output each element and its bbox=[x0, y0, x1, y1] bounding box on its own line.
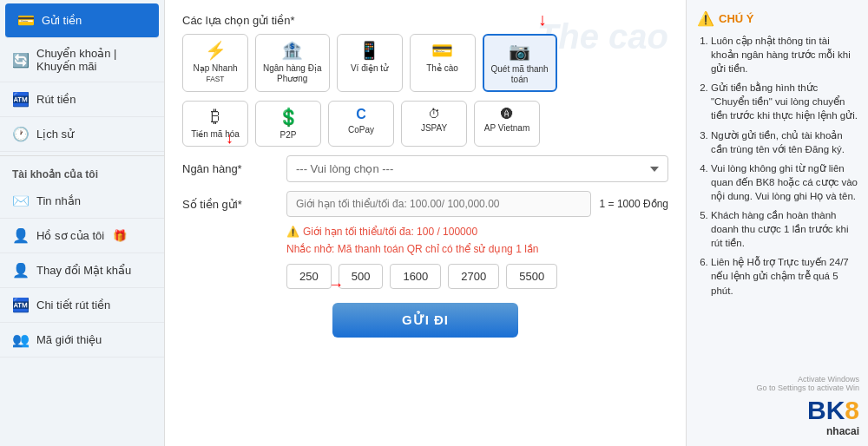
bank-label: Ngân hàng* bbox=[182, 162, 278, 175]
bk8-nhacai: nhacai bbox=[756, 425, 859, 437]
chi-tiet-rut-icon: 🏧 bbox=[12, 297, 30, 313]
sidebar-item-tin-nhan[interactable]: ✉️ Tin nhắn bbox=[0, 184, 164, 219]
option-nap-nhanh[interactable]: ⚡ Nạp NhanhFAST bbox=[182, 34, 248, 92]
amount-input[interactable] bbox=[286, 191, 591, 217]
option-p2p[interactable]: 💲 P2P bbox=[255, 101, 321, 147]
sidebar-item-ho-so-label: Hồ sơ của tôi bbox=[36, 229, 104, 242]
sidebar-item-rut-tien-label: Rút tiền bbox=[36, 93, 76, 106]
sidebar-item-chi-tiet-rut-label: Chi tiết rút tiền bbox=[36, 298, 110, 312]
amount-form-row: Số tiền gửi* 1 = 1000 Đồng bbox=[182, 191, 668, 217]
quick-amounts: 250 500 1600 2700 5500 bbox=[286, 264, 668, 289]
p2p-icon: 💲 bbox=[278, 107, 299, 128]
right-panel: ⚠️ CHÚ Ý Luôn cập nhật thông tin tài kho… bbox=[686, 0, 868, 446]
option-vi-dien-tu[interactable]: 📱 Ví điện tử bbox=[337, 34, 403, 92]
tin-nhan-icon: ✉️ bbox=[12, 193, 30, 209]
submit-area: → GỬI ĐI bbox=[182, 303, 668, 338]
bk8-logo: BK8 bbox=[756, 396, 859, 425]
sidebar-item-doi-mat-khau[interactable]: 👤 Thay đổi Mật khẩu bbox=[0, 253, 164, 288]
ngan-hang-icon: 🏦 bbox=[281, 40, 303, 61]
ho-so-icon: 👤 bbox=[12, 227, 30, 244]
p2p-label: P2P bbox=[280, 130, 297, 141]
quick-amount-2700[interactable]: 2700 bbox=[448, 264, 499, 289]
sidebar-item-lich-su[interactable]: 🕐 Lịch sử bbox=[0, 117, 164, 152]
note-item-3: Người gửi tiền, chủ tài khoản cần trùng … bbox=[711, 128, 858, 156]
bk8-logo-area: Activate WindowsGo to Settings to activa… bbox=[756, 375, 859, 437]
sidebar-item-lich-su-label: Lịch sử bbox=[36, 128, 74, 141]
copay-label: CoPay bbox=[348, 125, 374, 135]
right-panel-title: ⚠️ CHÚ Ý bbox=[697, 10, 858, 27]
doi-mat-khau-icon: 👤 bbox=[12, 262, 30, 279]
amount-label: Số tiền gửi* bbox=[182, 198, 278, 211]
account-section-label: Tài khoản của tôi bbox=[0, 160, 164, 184]
nap-nhanh-icon: ⚡ bbox=[205, 40, 227, 61]
vi-dien-tu-icon: 📱 bbox=[358, 40, 380, 61]
option-ap-vietnam[interactable]: 🅐 AP Vietnam bbox=[474, 101, 540, 147]
payment-options-row2: ₿ Tiền mã hóa 💲 P2P C CoPay ⏱ JSPAY 🅐 AP… bbox=[182, 101, 668, 147]
bank-select[interactable]: --- Vui lòng chọn --- bbox=[286, 155, 668, 182]
sidebar-item-tin-nhan-label: Tin nhắn bbox=[36, 194, 81, 207]
exchange-rate: 1 = 1000 Đồng bbox=[600, 198, 668, 210]
qr-label: Quét mã thanhtoán bbox=[491, 64, 549, 85]
the-cao-icon: 💳 bbox=[431, 40, 453, 61]
error-icon: ⚠️ bbox=[286, 226, 299, 238]
note-item-6: Liên hệ Hỗ trợ Trực tuyến 24/7 nếu lệnh … bbox=[711, 255, 858, 297]
option-qr-thanh-toan[interactable]: 📷 Quét mã thanhtoán ↓ bbox=[483, 34, 557, 92]
qr-note-msg: Nhắc nhở: Mã thanh toán QR chỉ có thể sử… bbox=[286, 243, 668, 255]
option-jspay[interactable]: ⏱ JSPAY bbox=[401, 101, 467, 147]
note-item-2: Gửi tiền bằng hình thức "Chuyển tiền" vu… bbox=[711, 81, 858, 122]
jspay-label: JSPAY bbox=[421, 123, 447, 134]
sidebar: 💳 Gửi tiền 🔄 Chuyển khoản | Khuyến mãi 🏧… bbox=[0, 0, 165, 446]
copay-icon: C bbox=[356, 107, 366, 122]
sidebar-item-ma-gioi-thieu[interactable]: 👥 Mã giới thiệu bbox=[0, 323, 164, 357]
payment-options-row1: ⚡ Nạp NhanhFAST 🏦 Ngân hàng ĐịaPhương 📱 … bbox=[182, 34, 668, 92]
warning-icon: ⚠️ bbox=[697, 10, 714, 27]
chuyen-khoan-icon: 🔄 bbox=[12, 52, 30, 69]
activate-text: Activate WindowsGo to Settings to activa… bbox=[756, 375, 859, 392]
options-section-label: Các lựa chọn gửi tiền* bbox=[182, 14, 668, 27]
sidebar-divider bbox=[0, 155, 164, 156]
sidebar-item-chuyen-khoan[interactable]: 🔄 Chuyển khoản | Khuyến mãi bbox=[0, 38, 164, 82]
lich-su-icon: 🕐 bbox=[12, 126, 30, 142]
note-item-5: Khách hàng cần hoàn thành doanh thu cược… bbox=[711, 208, 858, 250]
sidebar-item-doi-mat-khau-label: Thay đổi Mật khẩu bbox=[36, 264, 131, 277]
sidebar-item-chuyen-khoan-label: Chuyển khoản | Khuyến mãi bbox=[36, 47, 152, 73]
nap-nhanh-label: Nạp NhanhFAST bbox=[193, 63, 237, 84]
sidebar-item-rut-tien[interactable]: 🏧 Rút tiền bbox=[0, 82, 164, 117]
sidebar-item-gui-tien-label: Gửi tiền bbox=[42, 14, 82, 27]
ngan-hang-label: Ngân hàng ĐịaPhương bbox=[263, 63, 322, 84]
quick-amount-250[interactable]: 250 bbox=[286, 264, 332, 289]
ap-vietnam-label: AP Vietnam bbox=[484, 123, 529, 134]
option-ngan-hang[interactable]: 🏦 Ngân hàng ĐịaPhương bbox=[255, 34, 330, 92]
ap-vietnam-icon: 🅐 bbox=[501, 107, 513, 121]
bank-form-row: ↓ Ngân hàng* --- Vui lòng chọn --- bbox=[182, 155, 668, 182]
qr-arrow: ↓ bbox=[538, 10, 547, 30]
note-item-1: Luôn cập nhật thông tin tài khoản ngân h… bbox=[711, 34, 858, 75]
sidebar-item-ho-so[interactable]: 👤 Hồ sơ của tôi 🎁 bbox=[0, 219, 164, 253]
qr-icon: 📷 bbox=[509, 41, 530, 62]
quick-amount-1600[interactable]: 1600 bbox=[390, 264, 441, 289]
rut-tien-icon: 🏧 bbox=[12, 91, 30, 108]
vi-dien-tu-label: Ví điện tử bbox=[351, 63, 388, 74]
ho-so-badge: 🎁 bbox=[113, 229, 127, 242]
main-content: The cao Các lựa chọn gửi tiền* ⚡ Nạp Nha… bbox=[165, 0, 686, 446]
sidebar-item-ma-gioi-thieu-label: Mã giới thiệu bbox=[36, 333, 102, 346]
bank-arrow: ↓ bbox=[226, 129, 233, 148]
quick-amount-500[interactable]: 500 bbox=[339, 264, 384, 289]
ma-gioi-thieu-icon: 👥 bbox=[12, 331, 30, 348]
option-tien-ma-hoa[interactable]: ₿ Tiền mã hóa bbox=[182, 101, 248, 147]
jspay-icon: ⏱ bbox=[428, 107, 440, 121]
option-copay[interactable]: C CoPay bbox=[328, 101, 394, 147]
tien-ma-hoa-icon: ₿ bbox=[211, 107, 220, 127]
submit-arrow: → bbox=[328, 276, 344, 294]
limit-error-msg: ⚠️ Giới hạn tối thiểu/tối đa: 100 / 1000… bbox=[286, 226, 668, 238]
submit-button[interactable]: GỬI ĐI bbox=[332, 303, 518, 338]
notes-list: Luôn cập nhật thông tin tài khoản ngân h… bbox=[697, 34, 858, 298]
option-the-cao[interactable]: 💳 Thẻ cào bbox=[410, 34, 476, 92]
note-item-4: Vui lòng không ghi từ ngữ liên quan đến … bbox=[711, 161, 858, 203]
quick-amount-5500[interactable]: 5500 bbox=[506, 264, 557, 289]
sidebar-item-gui-tien[interactable]: 💳 Gửi tiền bbox=[5, 3, 159, 38]
sidebar-item-chi-tiet-rut[interactable]: 🏧 Chi tiết rút tiền bbox=[0, 288, 164, 323]
the-cao-label: Thẻ cào bbox=[426, 63, 458, 74]
gui-tien-icon: 💳 bbox=[17, 12, 35, 29]
